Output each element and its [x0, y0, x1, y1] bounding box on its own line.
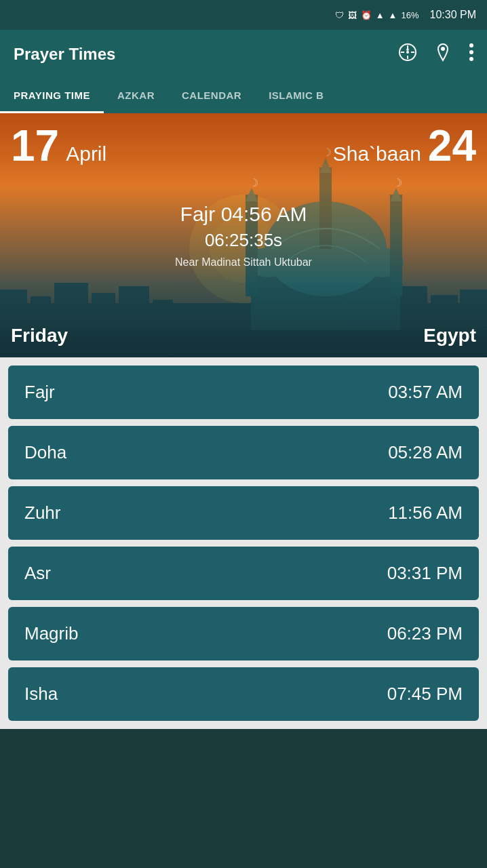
clock-icon: ⏰ [361, 10, 372, 20]
day-of-week: Friday [11, 325, 68, 347]
prayer-countdown: 06:25:35s [175, 230, 312, 251]
location-icon[interactable] [435, 43, 450, 66]
hijri-month: Sha`baan [333, 142, 421, 165]
battery-status: 16% [401, 10, 418, 20]
hijri-date: Sha`baan 24 [333, 124, 476, 167]
prayer-row-magrib[interactable]: Magrib 06:23 PM [8, 607, 479, 660]
signal-icon: ▲ [389, 10, 397, 20]
prayer-name-magrib: Magrib [24, 623, 78, 644]
prayer-name-asr: Asr [24, 563, 51, 584]
prayer-row-isha[interactable]: Isha 07:45 PM [8, 667, 479, 721]
svg-point-9 [469, 50, 473, 54]
app-bar-icons [399, 43, 473, 66]
tab-calendar[interactable]: CALENDAR [168, 79, 255, 112]
location-label: Near Madinat Sittah Uktubar [175, 256, 312, 269]
tab-islamic[interactable]: ISLAMIC B [255, 79, 337, 112]
prayer-name-fajr: Fajr [24, 382, 55, 403]
hero-footer: Friday Egypt [0, 325, 487, 347]
gregorian-month: April [66, 142, 106, 165]
gregorian-day: 17 [11, 124, 59, 167]
prayer-times-list: Fajr 03:57 AM Doha 05:28 AM Zuhr 11:56 A… [0, 357, 487, 729]
prayer-row-zuhr[interactable]: Zuhr 11:56 AM [8, 486, 479, 540]
prayer-name-doha: Doha [24, 442, 66, 463]
prayer-time-doha: 05:28 AM [388, 442, 463, 463]
status-bar: 🛡 🖼 ⏰ ▲ ▲ 16% 10:30 PM [0, 0, 487, 30]
tab-azkar[interactable]: AZKAR [104, 79, 168, 112]
wifi-icon: ▲ [376, 10, 385, 20]
more-options-icon[interactable] [469, 43, 473, 65]
status-icons: 🛡 🖼 ⏰ ▲ ▲ 16% [335, 10, 419, 20]
tab-praying-time[interactable]: PRAYING TIME [0, 79, 104, 112]
prayer-time-asr: 03:31 PM [387, 563, 463, 584]
status-time: 10:30 PM [430, 9, 476, 21]
app-bar: Prayer Times [0, 30, 487, 79]
prayer-time-zuhr: 11:56 AM [388, 502, 463, 524]
prayer-row-fajr[interactable]: Fajr 03:57 AM [8, 366, 479, 419]
app-title: Prayer Times [14, 45, 399, 64]
prayer-time-fajr: 03:57 AM [388, 382, 463, 403]
prayer-name-isha: Isha [24, 684, 58, 705]
svg-point-8 [469, 43, 473, 47]
prayer-time-isha: 07:45 PM [387, 684, 463, 705]
image-icon: 🖼 [348, 10, 357, 20]
hijri-day: 24 [428, 124, 476, 167]
svg-point-10 [469, 57, 473, 61]
country-name: Egypt [423, 325, 476, 347]
tab-bar: PRAYING TIME AZKAR CALENDAR ISLAMIC B [0, 79, 487, 113]
compass-icon[interactable] [399, 43, 416, 65]
prayer-time-magrib: 06:23 PM [387, 623, 463, 644]
prayer-row-asr[interactable]: Asr 03:31 PM [8, 547, 479, 600]
prayer-row-doha[interactable]: Doha 05:28 AM [8, 426, 479, 479]
shield-icon: 🛡 [335, 10, 344, 20]
prayer-name-zuhr: Zuhr [24, 502, 60, 524]
svg-marker-6 [406, 46, 409, 51]
next-prayer-info: Fajr 04:56 AM 06:25:35s Near Madinat Sit… [175, 203, 312, 269]
svg-point-7 [441, 47, 445, 51]
gregorian-date: 17 April [11, 124, 106, 167]
hero-banner: ☽ ☽ ☽ 17 April Sha`baan 24 Fajr 04:56 AM… [0, 113, 487, 357]
next-prayer-label: Fajr 04:56 AM [175, 203, 312, 226]
svg-point-1 [406, 51, 409, 54]
